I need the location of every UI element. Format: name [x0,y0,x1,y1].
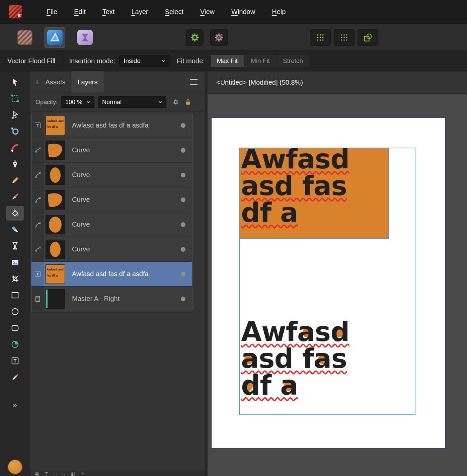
vector-brush-tool[interactable] [6,222,24,237]
insertion-mode-value: Inside [124,57,141,65]
opacity-select[interactable]: 100 % [61,96,94,108]
menu-text[interactable]: Text [94,0,123,23]
panel-menu-icon[interactable] [190,79,198,85]
layer-thumbnail [46,165,65,185]
layer-visibility-dot[interactable] [181,222,185,227]
text-tool-icon [11,356,19,365]
rounded-rectangle-icon [11,324,19,332]
text-layer-icon: T [31,113,44,138]
photo-persona-icon [77,30,93,45]
tools-panel: » [0,71,30,476]
corner-arc-icon [11,143,19,152]
autocorrect-on-button[interactable] [186,29,204,46]
layer-visibility-dot[interactable] [181,297,185,301]
color-picker-tool[interactable] [6,370,24,385]
layer-settings-button[interactable] [172,99,179,105]
layer-visibility-dot[interactable] [181,197,185,202]
designer-persona-button[interactable] [45,27,65,48]
insertion-mode-label: Insertion mode: [69,57,115,65]
layer-visibility-dot[interactable] [181,148,185,153]
layer-visibility-dot[interactable] [181,247,185,252]
transform-ring-icon [11,127,19,136]
footer-icon[interactable]: ○ [62,471,65,476]
rounded-rectangle-tool[interactable] [6,321,24,335]
photo-persona-button[interactable] [75,27,95,48]
menu-view[interactable]: View [192,0,223,23]
snap-candidates-icon [363,33,373,42]
layer-row-text-selected[interactable]: T Awfasd asd fas df a Awfasd asd fas df … [31,262,192,286]
pie-tool[interactable] [6,337,24,352]
text-object-top[interactable]: Awfasd asd fas df a [241,146,349,226]
fit-max-button[interactable]: Max Fit [211,55,244,67]
snap-grid-green-button[interactable] [334,29,355,46]
paint-brush-tool[interactable] [6,189,24,204]
tab-layers[interactable]: Layers [71,71,103,93]
opacity-value: 100 % [65,99,82,106]
text-tool[interactable] [6,353,24,368]
layer-row-curve[interactable]: Curve [31,138,192,162]
node-tool[interactable] [6,107,24,122]
snap-grid-yellow-button[interactable] [310,29,331,46]
rectangle-tool[interactable] [6,288,24,303]
layer-row-master[interactable]: Master A - Right [31,287,192,311]
layers-footer-toolbar[interactable]: ▦ T □ ○ ◧ ✛ [30,471,205,476]
pencil-icon [11,176,19,185]
layer-row-curve[interactable]: Curve [31,212,192,237]
picture-frame-tool[interactable] [6,91,24,106]
wine-glass-icon [11,242,19,250]
menu-file[interactable]: File [38,0,66,23]
layer-visibility-dot[interactable] [181,173,185,177]
layer-label: Curve [67,163,181,187]
fill-gradient-tool[interactable] [6,239,24,253]
menu-edit[interactable]: Edit [66,0,94,23]
footer-icon[interactable]: T [45,471,48,476]
menu-help[interactable]: Help [263,0,294,23]
document-page[interactable]: Awfasd asd fas df a Awf [212,118,445,448]
tab-assets[interactable]: Assets [39,71,71,93]
curve-layer-icon [31,212,44,237]
footer-icon[interactable]: □ [54,471,56,476]
fit-stretch-button[interactable]: Stretch [277,55,309,67]
layer-row-text[interactable]: T Awfasd asd fas df a Awfasd asd fas df … [31,113,192,138]
blend-mode-select[interactable]: Normal [98,96,166,108]
panel-separator[interactable] [205,71,208,476]
fill-color-swatch[interactable] [7,459,23,475]
panel-drag-handle-icon[interactable]: ‖ [36,79,39,86]
ellipse-tool[interactable] [6,304,24,319]
insertion-mode-select[interactable]: Inside [119,55,169,67]
pencil-tool[interactable] [6,173,24,188]
document-title: <Untitled> [Modified] (50.8%) [216,79,303,86]
layer-visibility-dot[interactable] [181,123,185,128]
crop-tool[interactable] [6,271,24,286]
menu-layer[interactable]: Layer [123,0,156,23]
layer-label: Curve [67,187,181,212]
more-tools-button[interactable]: » [13,400,17,410]
menu-select[interactable]: Select [156,0,192,23]
layer-row-curve[interactable]: Curve [31,163,192,187]
autocorrect-off-button[interactable] [210,29,228,46]
footer-icon[interactable]: ◧ [71,471,75,476]
layer-lock-button[interactable] [185,99,191,105]
footer-icon[interactable]: ✛ [81,471,85,476]
snap-candidates-button[interactable] [358,29,378,46]
publisher-persona-button[interactable] [15,27,35,48]
curve-layer-icon [31,237,44,261]
layer-row-curve[interactable]: Curve [31,237,192,261]
cursor-icon [11,78,19,86]
fit-mode-label: Fit mode: [177,57,205,65]
fit-min-button[interactable]: Min Fit [245,55,276,67]
menu-window[interactable]: Window [223,0,263,23]
pen-tool[interactable] [6,157,24,171]
document-viewport[interactable]: Awfasd asd fas df a Awf [208,94,467,476]
move-tool[interactable] [6,75,24,89]
point-transform-tool[interactable] [6,124,24,139]
layer-row-curve[interactable]: Curve [31,187,192,212]
pen-nib-icon [11,160,19,168]
vector-flood-fill-tool[interactable] [6,206,24,221]
footer-icon[interactable]: ▦ [35,471,39,476]
layer-visibility-dot[interactable] [181,272,185,276]
text-object-bottom[interactable]: Awfasd asd fas df a [241,319,349,399]
corner-tool[interactable] [6,140,24,155]
studio-header: ‖ Assets Layers [30,71,205,93]
place-image-tool[interactable] [6,255,24,270]
